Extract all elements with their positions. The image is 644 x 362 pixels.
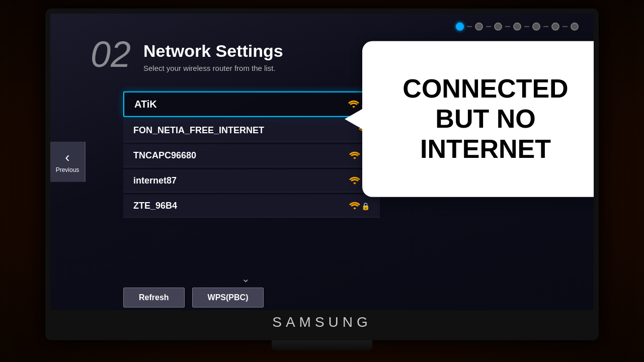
step-2 (475, 23, 483, 31)
page-subtitle: Select your wireless router from the lis… (143, 64, 283, 72)
wifi-signal-icon (348, 100, 359, 109)
page-number: 02 (91, 34, 131, 75)
tv-frame: 02 Network Settings Select your wireless… (45, 9, 599, 340)
scroll-down-indicator: ⌄ (242, 273, 250, 285)
wifi-signal-icon-zte (349, 201, 360, 210)
tv-brand-label: SAMSUNG (272, 314, 372, 330)
step-connector-5 (543, 26, 548, 27)
speech-bubble: CONNECTED BUT NO INTERNET (362, 41, 594, 197)
prev-arrow-icon: ‹ (65, 150, 69, 164)
wps-button[interactable]: WPS(PBC) (192, 288, 264, 308)
lock-icon-zte: 🔒 (361, 202, 370, 210)
network-name-zte: ZTE_96B4 (133, 201, 177, 211)
tv-bezel: 02 Network Settings Select your wireless… (50, 14, 594, 310)
title-area: Network Settings Select your wireless ro… (143, 41, 283, 72)
network-item-internet87[interactable]: internet87 🔒 (123, 169, 380, 193)
wifi-signal-icon-internet87 (349, 176, 360, 185)
step-5 (532, 23, 540, 31)
bubble-line1: CONNECTED (403, 74, 568, 103)
speech-bubble-text: CONNECTED BUT NO INTERNET (392, 64, 578, 174)
network-item-atik[interactable]: ATiK 🔒 (123, 92, 380, 117)
network-list: ATiK 🔒 FON_NETIA_FREE_INTERNET (123, 92, 380, 220)
refresh-button[interactable]: Refresh (123, 288, 185, 308)
step-7 (571, 23, 579, 31)
bottom-buttons: Refresh WPS(PBC) (123, 288, 264, 308)
step-connector-1 (467, 26, 472, 27)
network-item-tnc[interactable]: TNCAPC96680 🔒 (123, 144, 380, 167)
step-connector-4 (524, 26, 529, 27)
step-connector-2 (486, 26, 491, 27)
step-connector-6 (562, 26, 568, 27)
wifi-icon-zte: 🔒 (349, 201, 370, 210)
network-name-atik: ATiK (134, 99, 157, 110)
step-3 (494, 23, 502, 31)
network-name-fon: FON_NETIA_FREE_INTERNET (133, 125, 264, 136)
network-name-internet87: internet87 (133, 175, 177, 186)
page-title: Network Settings (143, 41, 283, 61)
bubble-line2: BUT NO (435, 104, 535, 133)
network-name-tnc: TNCAPC96680 (133, 150, 196, 161)
wifi-signal-icon-tnc (349, 151, 360, 160)
tv-stand-base (272, 340, 372, 350)
step-connector-3 (505, 26, 510, 27)
bubble-line3: INTERNET (420, 134, 551, 163)
tv-screen: 02 Network Settings Select your wireless… (50, 14, 594, 310)
network-item-fon[interactable]: FON_NETIA_FREE_INTERNET (123, 119, 380, 142)
step-4 (513, 23, 521, 31)
step-6 (551, 23, 559, 31)
prev-button-label: Previous (56, 166, 79, 173)
previous-button[interactable]: ‹ Previous (50, 142, 86, 182)
network-item-zte[interactable]: ZTE_96B4 🔒 (123, 195, 380, 218)
step-1 (456, 23, 464, 31)
step-indicator (456, 23, 579, 31)
